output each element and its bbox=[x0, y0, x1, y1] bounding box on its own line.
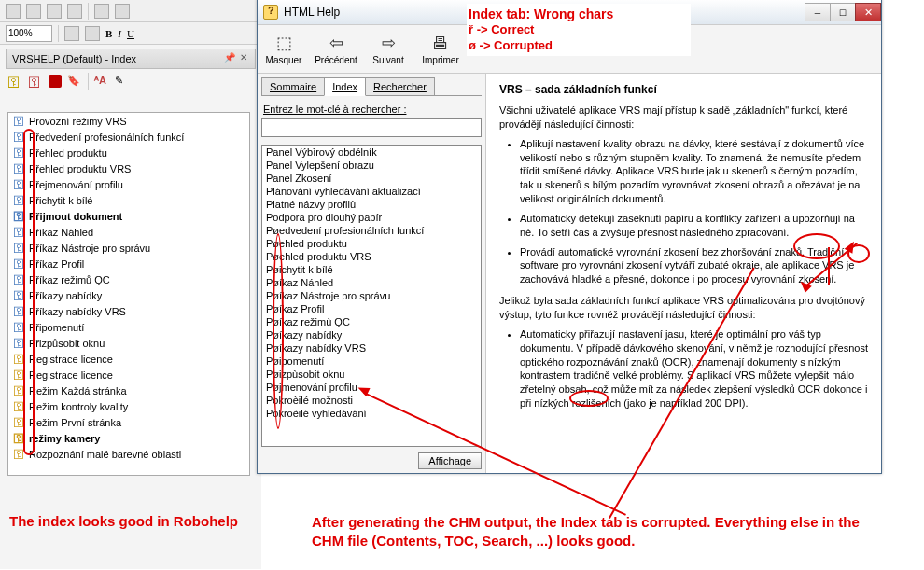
format-icon[interactable] bbox=[64, 26, 79, 41]
item-label: Registrace licence bbox=[29, 369, 113, 381]
tab-search[interactable]: Rechercher bbox=[365, 77, 435, 95]
paste-icon[interactable] bbox=[67, 4, 82, 19]
rh-index-list[interactable]: ⚿Provozní režimy VRS⚿Předvedení profesio… bbox=[7, 112, 250, 476]
list-item[interactable]: Panel Zkosení bbox=[262, 172, 481, 185]
list-item[interactable]: ⚿Příkaz Náhled bbox=[8, 224, 249, 240]
list-item[interactable]: ⚿Rozpoznání malé barevné oblasti bbox=[8, 446, 249, 462]
list-item[interactable]: Pøjmenování profilu bbox=[262, 381, 481, 394]
minimize-button[interactable] bbox=[805, 3, 831, 21]
list-item[interactable]: Pøíkaz Nástroje pro správu bbox=[262, 289, 481, 302]
list-item[interactable]: Panel Výbìrový obdélník bbox=[262, 146, 481, 159]
list-item[interactable]: ⚿Přehled produktu VRS bbox=[8, 160, 249, 176]
print-button[interactable]: 🖶Imprimer bbox=[414, 25, 467, 73]
hide-button[interactable]: ⬚Masquer bbox=[258, 25, 310, 73]
item-label: Připomenutí bbox=[29, 322, 84, 333]
redo-icon[interactable] bbox=[115, 4, 130, 19]
list-item[interactable]: ⚿Příkaz Nástroje pro správu bbox=[8, 240, 249, 256]
list-item[interactable]: ⚿Příkazy nabídky bbox=[8, 287, 249, 303]
list-item[interactable]: Pøíkaz Profil bbox=[262, 302, 481, 315]
bookmark-icon[interactable]: 🔖 bbox=[67, 75, 82, 88]
list-item[interactable]: Podpora pro dlouhý papír bbox=[262, 211, 481, 224]
close-icon[interactable]: ✕ bbox=[238, 53, 249, 64]
item-label: Přehled produktu VRS bbox=[29, 163, 131, 174]
print-icon: 🖶 bbox=[432, 34, 449, 53]
item-label: Režim První stránka bbox=[29, 417, 121, 428]
list-item[interactable]: Pøíkaz režimù QC bbox=[262, 315, 481, 328]
list-item[interactable]: Pøichytit k bílé bbox=[262, 263, 481, 276]
zoom-input[interactable] bbox=[6, 25, 52, 42]
annotation-circle bbox=[23, 129, 35, 455]
item-label: Rozpoznání malé barevné oblasti bbox=[29, 449, 181, 460]
underline-icon[interactable]: U bbox=[127, 28, 134, 39]
list-item[interactable]: ⚿Přejmenování profilu bbox=[8, 176, 249, 192]
cut-icon[interactable] bbox=[26, 4, 41, 19]
list-item[interactable]: Platné názvy profilù bbox=[262, 198, 481, 211]
separator bbox=[88, 73, 89, 90]
list-item[interactable]: ⚿Přijmout dokument bbox=[8, 208, 249, 224]
list-item[interactable]: ⚿Provozní režimy VRS bbox=[8, 113, 249, 129]
list-item[interactable]: Pøíkazy nabídky VRS bbox=[262, 341, 481, 355]
list-item[interactable]: ⚿Příkaz Profil bbox=[8, 256, 249, 271]
list-item[interactable]: ⚿Přichytit k bílé bbox=[8, 192, 249, 208]
item-label: režimy kamery bbox=[29, 433, 100, 444]
list-item[interactable]: Pokroèilé vyhledávání bbox=[262, 407, 481, 420]
separator bbox=[58, 25, 59, 42]
key-icon[interactable]: ⚿ bbox=[7, 75, 22, 88]
italic-icon[interactable]: I bbox=[118, 28, 121, 39]
list-item[interactable]: ⚿Příkaz režimů QC bbox=[8, 271, 249, 287]
list-item[interactable]: ⚿Přizpůsobit oknu bbox=[8, 335, 249, 351]
display-button[interactable]: Affichage bbox=[418, 452, 482, 469]
chm-index-list[interactable]: Panel Výbìrový obdélníkPanel Vylepšení o… bbox=[261, 145, 482, 447]
content-intro: Všichni uživatelé aplikace VRS mají přís… bbox=[499, 104, 868, 132]
list-item[interactable]: Pøíkaz Náhled bbox=[262, 276, 481, 289]
annotation-bottom: After generating the CHM output, the Ind… bbox=[312, 513, 890, 549]
item-label: Příkaz režimů QC bbox=[29, 274, 110, 285]
list-item[interactable]: Pøizpùsobit oknu bbox=[262, 368, 481, 381]
item-label: Příkaz Nástroje pro správu bbox=[29, 243, 150, 254]
close-button[interactable] bbox=[855, 3, 881, 21]
list-item[interactable]: Pøehled produktu VRS bbox=[262, 250, 481, 263]
list-item[interactable]: Pøíkazy nabídky bbox=[262, 328, 481, 341]
font-icon[interactable] bbox=[85, 26, 100, 41]
list-item[interactable]: Pøehled produktu bbox=[262, 237, 481, 250]
keyword-input[interactable] bbox=[261, 118, 482, 137]
bold-icon[interactable]: B bbox=[105, 28, 112, 39]
item-label: Přejmenování profilu bbox=[29, 179, 123, 190]
tab-index[interactable]: Index bbox=[324, 77, 366, 96]
next-button[interactable]: ⇨Suivant bbox=[362, 25, 414, 73]
list-item[interactable]: ⚿Připomenutí bbox=[8, 319, 249, 335]
list-item[interactable]: ⚿Předvedení profesionálních funkcí bbox=[8, 129, 249, 145]
list-item[interactable]: Pøipomenutí bbox=[262, 355, 481, 368]
rh-toolbar bbox=[0, 0, 261, 22]
undo-icon[interactable] bbox=[94, 4, 109, 19]
chm-tabs: Sommaire Index Rechercher bbox=[261, 77, 482, 96]
list-item[interactable]: ⚿Přehled produktu bbox=[8, 145, 249, 160]
maximize-button[interactable] bbox=[830, 3, 856, 21]
hide-icon: ⬚ bbox=[276, 33, 292, 53]
robohelp-panel: B I U VRSHELP (Default) - Index 📌 ✕ ⚿ ⚿ … bbox=[0, 0, 261, 569]
tab-summary[interactable]: Sommaire bbox=[261, 77, 325, 95]
list-item[interactable]: ⚿Registrace licence bbox=[8, 351, 249, 367]
pin-icon[interactable]: 📌 bbox=[224, 53, 235, 64]
list-item[interactable]: ⚿Příkazy nabídky VRS bbox=[8, 303, 249, 319]
list-item[interactable]: ⚿Registrace licence bbox=[8, 367, 249, 382]
key-icon[interactable]: ⚿ bbox=[28, 75, 43, 88]
list-item[interactable]: ⚿Režim První stránka bbox=[8, 414, 249, 430]
list-item[interactable]: Plánování vyhledávání aktualizací bbox=[262, 185, 481, 198]
annotation-circle bbox=[273, 233, 284, 429]
annotation-left: The index looks good in Robohelp bbox=[9, 513, 238, 529]
list-item[interactable]: ⚿Režim kontroly kvality bbox=[8, 398, 249, 414]
font-a-icon[interactable]: ᴬA bbox=[94, 75, 109, 88]
list-item[interactable]: Pøedvedení profesionálních funkcí bbox=[262, 224, 481, 237]
list-item[interactable]: ⚿režimy kamery bbox=[8, 430, 249, 446]
prev-button[interactable]: ⇦Précédent bbox=[310, 25, 362, 73]
wand-icon[interactable]: ✎ bbox=[115, 75, 130, 88]
copy-icon[interactable] bbox=[47, 4, 62, 19]
list-item[interactable]: Panel Vylepšení obrazu bbox=[262, 159, 481, 172]
badge-icon[interactable] bbox=[49, 75, 62, 88]
item-label: Přizpůsobit oknu bbox=[29, 338, 105, 349]
item-label: Příkazy nabídky VRS bbox=[29, 306, 126, 317]
tb-icon[interactable] bbox=[6, 4, 21, 19]
item-label: Přichytit k bílé bbox=[29, 195, 92, 206]
list-item[interactable]: ⚿Režim Každá stránka bbox=[8, 382, 249, 398]
